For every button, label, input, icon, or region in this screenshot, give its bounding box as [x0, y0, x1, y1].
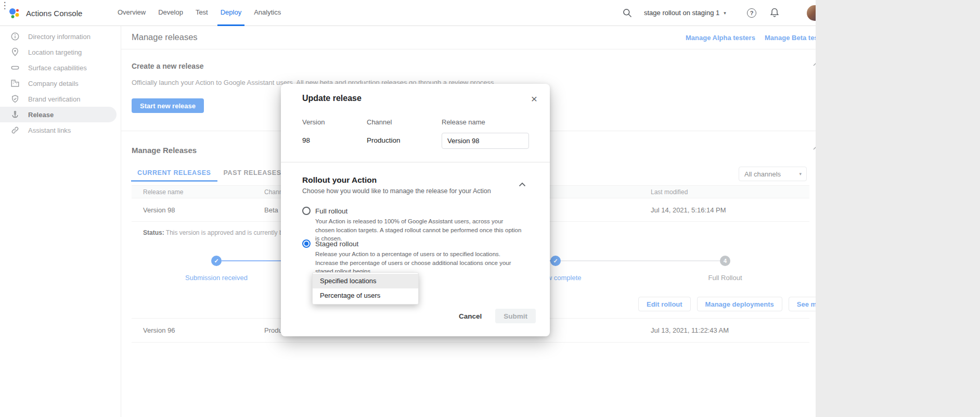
screen: Actions Console Overview Develop Test De…	[0, 0, 980, 417]
notifications-icon[interactable]	[769, 7, 780, 20]
version-label: Version	[302, 118, 325, 126]
rollout-type-menu: Specified locations Percentage of users	[312, 272, 419, 305]
app-title: Actions Console	[26, 9, 82, 18]
full-rollout-label[interactable]: Full rollout	[315, 207, 347, 215]
version-value: 98	[302, 136, 310, 144]
dialog-footer: Cancel Submit	[459, 309, 536, 323]
rollout-section-subtitle: Choose how you would like to manage the …	[302, 187, 491, 195]
rollout-section-title: Rollout your Action	[302, 175, 377, 185]
nav-test[interactable]: Test	[189, 0, 214, 26]
nav-develop[interactable]: Develop	[152, 0, 189, 26]
release-name-label: Release name	[442, 118, 485, 126]
help-glyph: ?	[747, 8, 756, 18]
project-selector[interactable]: stage rollout on staging 1 ▾	[644, 9, 726, 17]
actions-on-google-logo-icon	[7, 6, 21, 20]
full-rollout-description: Your Action is released to 100% of Googl…	[315, 217, 523, 243]
chevron-up-icon[interactable]	[517, 179, 528, 191]
desktop-gutter	[816, 0, 980, 417]
help-icon[interactable]: ?	[747, 8, 756, 18]
nav-analytics[interactable]: Analytics	[248, 0, 287, 26]
search-icon[interactable]	[622, 8, 633, 20]
nav-overview[interactable]: Overview	[111, 0, 152, 26]
avatar[interactable]	[807, 5, 816, 21]
channel-label: Channel	[367, 118, 392, 126]
close-icon[interactable]: ×	[527, 92, 541, 106]
project-selector-label: stage rollout on staging 1	[644, 9, 719, 17]
dialog-title: Update release	[302, 94, 362, 103]
cancel-button[interactable]: Cancel	[459, 312, 482, 320]
radio-full-rollout[interactable]	[302, 207, 311, 215]
nav-deploy[interactable]: Deploy	[214, 0, 248, 26]
release-name-input[interactable]	[442, 133, 529, 149]
brand: Actions Console	[7, 6, 82, 20]
staged-rollout-label[interactable]: Staged rollout	[315, 240, 358, 248]
chevron-down-icon: ▾	[724, 10, 726, 16]
radio-staged-rollout[interactable]	[302, 239, 311, 248]
divider	[281, 162, 550, 162]
channel-value: Production	[367, 136, 401, 144]
actions-console-window: Actions Console Overview Develop Test De…	[0, 0, 816, 417]
submit-button[interactable]: Submit	[495, 309, 536, 323]
menu-item-percentage-of-users[interactable]: Percentage of users	[313, 288, 418, 303]
top-app-bar: Actions Console Overview Develop Test De…	[0, 0, 816, 26]
top-nav: Overview Develop Test Deploy Analytics	[111, 0, 287, 26]
update-release-dialog: Update release × Version Channel Release…	[281, 84, 550, 336]
menu-item-specified-locations[interactable]: Specified locations	[313, 274, 418, 288]
